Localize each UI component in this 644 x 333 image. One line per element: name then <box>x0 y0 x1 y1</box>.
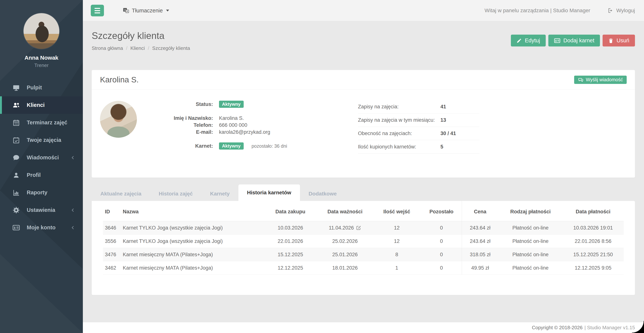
tab-aktualne-zajecia[interactable]: Aktualne zajęcia <box>92 187 150 201</box>
tab-historia-zajec[interactable]: Historia zajęć <box>150 187 202 201</box>
app-version-text: | Studio Manager v1.15 <box>584 325 635 331</box>
client-name: Karolina S. <box>100 75 138 84</box>
cell-id: 3646 <box>103 221 121 235</box>
col-cena: Cena <box>462 201 498 221</box>
tab-historia-karnetow[interactable]: Historia karnetów <box>238 184 300 201</box>
app-window: Anna Nowak Trener Pulpit Klienci Termina… <box>0 0 644 333</box>
trainer-role: Trener <box>0 62 83 68</box>
client-pass-row: Karnet: Aktywny pozostało: 36 dni <box>144 142 334 150</box>
breadcrumb-current: Szczegóły klienta <box>152 45 190 51</box>
sidebar-item-pulpit[interactable]: Pulpit <box>0 79 83 96</box>
trash-icon <box>608 38 614 43</box>
sidebar-item-label: Ustawienia <box>27 207 55 213</box>
cell-name: Karnet TYLKO Joga (wszystkie zajęcia Jog… <box>121 235 263 248</box>
cell-valid-date: 25.01.2026 <box>318 248 372 261</box>
cell-purchase-date: 12.12.2025 <box>263 261 318 275</box>
stat-row: Zapisy na zajęcia: 41 <box>358 100 480 113</box>
col-data-platnosci: Data płatności <box>562 201 624 221</box>
client-fullname-row: Imię i Nazwisko: Karolina S. <box>144 115 334 122</box>
bar-chart-icon <box>12 189 20 196</box>
language-menu[interactable]: 文A Tłumaczenie <box>123 7 169 14</box>
col-rodzaj-platnosci: Rodzaj płatności <box>498 201 562 221</box>
send-message-button[interactable]: Wyślij wiadomość <box>574 76 627 84</box>
sidebar-item-label: Terminarz zajęć <box>27 119 67 126</box>
comment-icon <box>12 154 20 161</box>
logout-link[interactable]: Wyloguj <box>607 7 635 13</box>
sidebar-item-label: Raporty <box>27 189 48 196</box>
stat-value: 5 <box>440 144 443 150</box>
cell-id: 3476 <box>103 248 121 261</box>
cell-payment-type: Płatność on-line <box>498 261 562 275</box>
svg-text:A: A <box>126 10 128 13</box>
breadcrumb-separator: / <box>126 45 127 51</box>
tab-dodatkowe[interactable]: Dodatkowe <box>300 187 345 201</box>
valid-date-value: 11.04.2026 <box>329 225 354 231</box>
col-data-zakupu: Data zakupu <box>263 201 318 221</box>
sidebar-item-profil[interactable]: Profil <box>0 166 83 184</box>
calendar-icon <box>12 119 20 126</box>
status-badge: Aktywny <box>219 101 244 108</box>
col-nazwa: Nazwa <box>121 201 263 221</box>
trainer-avatar <box>24 13 59 49</box>
sidebar-item-terminarz-zajec[interactable]: Terminarz zajęć <box>0 114 83 131</box>
stat-label: Zapisy na zajęcia: <box>358 104 440 110</box>
table-row: 3476 Karnet miesięczny MATA (Pilates+Jog… <box>103 248 624 261</box>
topbar-right: Witaj w panelu zarządzania | Studio Mana… <box>484 7 635 13</box>
chevron-left-icon <box>70 155 75 160</box>
stat-label: Zapisy na zajęcia w tym miesiącu: <box>358 117 440 123</box>
cell-left: 0 <box>421 221 462 235</box>
sidebar-toggle-button[interactable] <box>91 5 104 16</box>
cell-price: 49.95 zł <box>462 261 498 275</box>
sidebar-item-twoje-zajecia[interactable]: Twoje zajęcia <box>0 131 83 149</box>
user-icon <box>12 172 20 179</box>
edit-validity-icon[interactable] <box>356 225 361 230</box>
cell-entries: 12 <box>372 221 421 235</box>
page-head: Szczegóły klienta Strona główna / Klienc… <box>92 21 635 51</box>
sidebar-item-label: Profil <box>27 172 41 178</box>
stat-row: Obecność na zajęciach: 30 / 41 <box>358 127 480 140</box>
pencil-icon <box>516 38 522 43</box>
sidebar-menu: Pulpit Klienci Terminarz zajęć Twoje zaj… <box>0 79 83 236</box>
sidebar-item-ustawienia[interactable]: Ustawienia <box>0 201 83 219</box>
id-card-icon <box>554 37 560 44</box>
stat-row: Zapisy na zajęcia w tym miesiącu: 13 <box>358 113 480 127</box>
tab-karnety[interactable]: Karnety <box>201 187 238 201</box>
add-pass-button-label: Dodaj karnet <box>564 37 594 44</box>
stat-value: 41 <box>440 104 446 110</box>
trainer-profile: Anna Nowak Trener <box>0 0 83 68</box>
col-id: ID <box>103 201 121 221</box>
table-row: 3462 Karnet miesięczny MATA (Pilates+Jog… <box>103 261 624 275</box>
sidebar-item-raporty[interactable]: Raporty <box>0 184 83 201</box>
pass-history-card: ID Nazwa Data zakupu Data ważności Ilość… <box>92 201 635 295</box>
cell-entries: 12 <box>372 235 421 248</box>
pass-label: Karnet: <box>144 143 219 149</box>
cell-payment-date: 22.01.2026 8:56 <box>562 235 624 248</box>
client-stats: Zapisy na zajęcia: 41 Zapisy na zajęcia … <box>358 100 480 178</box>
client-card-header: Karolina S. Wyślij wiadomość <box>92 70 635 89</box>
client-details: Status: Aktywny Imię i Nazwisko: Karolin… <box>144 89 334 178</box>
fullname-label: Imię i Nazwisko: <box>144 115 219 121</box>
trainer-name: Anna Nowak <box>0 54 83 61</box>
page-title-block: Szczegóły klienta Strona główna / Klienc… <box>92 21 190 51</box>
table-row: 3556 Karnet TYLKO Joga (wszystkie zajęci… <box>103 235 624 248</box>
col-ilosc-wejsc: Ilość wejść <box>372 201 421 221</box>
sidebar-item-moje-konto[interactable]: Moje konto <box>0 219 83 236</box>
footer: Copyright © 2018-2026 | Studio Manager v… <box>83 322 644 333</box>
breadcrumb-home[interactable]: Strona główna <box>92 45 123 51</box>
pass-history-table: ID Nazwa Data zakupu Data ważności Ilość… <box>103 201 624 275</box>
delete-button[interactable]: Usuń <box>602 35 635 46</box>
content: Szczegóły klienta Strona główna / Klienc… <box>83 21 644 322</box>
email-label: E-mail: <box>144 129 219 135</box>
caret-down-icon <box>166 9 169 11</box>
client-phone-row: Telefon: 666 000 000 <box>144 122 334 129</box>
stat-label: Obecność na zajęciach: <box>358 131 440 136</box>
sidebar-item-wiadomosci[interactable]: Wiadomości <box>0 149 83 166</box>
add-pass-button[interactable]: Dodaj karnet <box>548 35 600 46</box>
edit-button[interactable]: Edytuj <box>511 35 546 46</box>
topbar: 文A Tłumaczenie Witaj w panelu zarządzani… <box>83 0 644 21</box>
breadcrumb-klienci[interactable]: Klienci <box>130 45 145 51</box>
welcome-text: Witaj w panelu zarządzania | Studio Mana… <box>484 7 590 13</box>
sidebar-item-klienci[interactable]: Klienci <box>0 96 83 114</box>
col-data-waznosci: Data ważności <box>318 201 372 221</box>
cell-id: 3556 <box>103 235 121 248</box>
